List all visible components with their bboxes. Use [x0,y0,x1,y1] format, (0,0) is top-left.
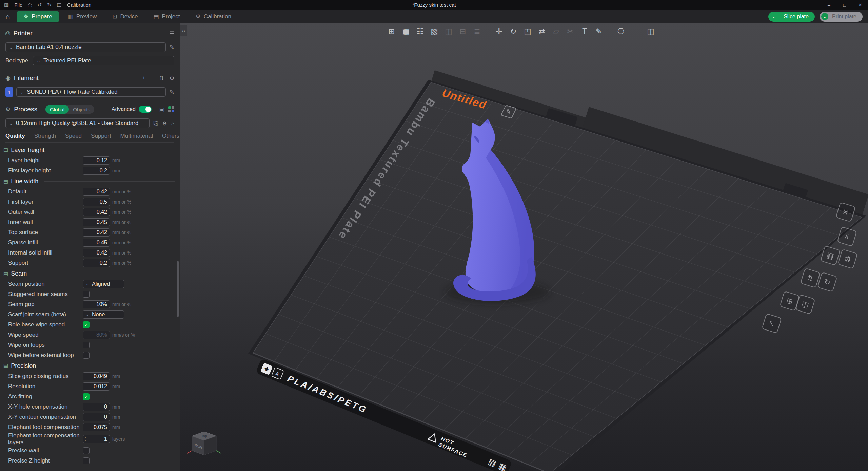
param-input-sparse-infill[interactable] [83,239,110,247]
filament-select[interactable]: ⌄ SUNLU PLA+ Flow Rate Calibrated [16,87,166,97]
param-stepper-elephant-foot-compensation-layers[interactable]: ▴▾1 [83,435,110,443]
redo-icon[interactable]: ↻ [47,2,52,8]
param-checkbox-arc-fitting[interactable]: ✓ [83,393,90,400]
plate-settings-button[interactable]: ⚙ [838,249,857,268]
slice-plate-button[interactable]: ⌄ Slice plate [768,12,815,22]
viewport-3d[interactable]: ‹› ⊞▦☷▧◫⊟≣✛↻◰⇄▱✂T✎⎔◫ Bambu Textured PEI … [180,23,868,471]
undo-icon[interactable]: ↺ [37,2,42,8]
plate-move-button[interactable]: ↖ [762,314,781,333]
file-menu[interactable]: File [14,2,22,8]
print-dropdown-icon[interactable]: ⌄ [821,13,828,20]
param-checkbox-precise-wall[interactable] [83,447,90,454]
section-title: Seam [11,270,27,277]
add-plate-icon[interactable]: ▦ [400,25,412,37]
process-tab-speed[interactable]: Speed [65,133,82,139]
process-tab-multimaterial[interactable]: Multimaterial [120,133,153,139]
filament-settings-icon[interactable]: ⚙ [170,75,174,81]
tab-project[interactable]: ▤Project [146,11,186,22]
split-window-icon[interactable]: ◫ [645,25,657,37]
add-object-icon[interactable]: ⊞ [386,25,398,37]
close-button[interactable]: ✕ [852,0,868,10]
tab-device[interactable]: ⊡Device [105,11,144,22]
remove-filament-icon[interactable]: − [151,75,154,81]
auto-arrange-icon[interactable]: ☷ [414,25,426,37]
scope-objects[interactable]: Objects [69,107,94,112]
param-input-default[interactable] [83,188,110,196]
sidebar-scrollbar[interactable] [177,261,179,317]
maximize-button[interactable]: □ [837,0,852,10]
param-input-first-layer-height[interactable] [83,167,110,175]
filament-edit-icon[interactable]: ✎ [170,89,174,96]
build-plate[interactable] [253,82,862,471]
param-control: mm [83,167,120,175]
param-select-seam-position[interactable]: ⌄Aligned [83,280,124,288]
tab-prepare[interactable]: ❖Prepare [17,11,59,22]
objects-panel-icon[interactable]: ▣ [159,106,164,113]
process-preset-select[interactable]: ⌄ 0.12mm High Quality @BBL A1 - User Sta… [5,118,150,128]
add-image-icon[interactable]: ▧ [428,25,440,37]
param-input-x-y-contour-compensation[interactable] [83,413,110,421]
param-input-seam-gap[interactable] [83,300,110,308]
param-input-support[interactable] [83,259,110,267]
delete-preset-icon[interactable]: ⊖ [162,120,167,127]
scene-canvas[interactable]: Bambu Textured PEI Plate Untitled ✎ ❖ A … [180,23,868,471]
process-tab-support[interactable]: Support [91,133,111,139]
printer-settings-icon[interactable]: ☰ [170,30,174,37]
rotate-icon[interactable]: ↻ [507,25,519,37]
slice-dropdown-icon[interactable]: ⌄ [768,14,779,19]
param-checkbox-wipe-before-external-loop[interactable] [83,352,90,359]
paint-icon[interactable]: ✎ [593,25,605,37]
filament-slot-badge[interactable]: 1 [5,87,13,97]
stepper-arrows-icon[interactable]: ▴▾ [83,436,88,442]
param-checkbox-wipe-on-loops[interactable] [83,342,90,348]
sidebar-collapse-icon[interactable]: ‹› [180,25,187,36]
param-input-top-surface[interactable] [83,228,110,237]
param-input-wipe-speed[interactable] [83,331,110,339]
assembly-view-icon[interactable]: ⎔ [615,25,627,37]
text-icon[interactable]: T [578,25,591,37]
param-checkbox-role-base-wipe-speed[interactable]: ✓ [83,321,90,328]
params-table-icon[interactable] [168,106,174,112]
tab-preview[interactable]: ▥Preview [61,11,104,22]
tab-calibration[interactable]: ⚙Calibration [189,11,238,22]
move-icon[interactable]: ✛ [493,25,505,37]
process-scope-toggle[interactable]: Global Objects [45,105,94,114]
print-plate-button[interactable]: ⌄ Print plate [820,12,863,22]
param-checkbox-precise-z-height[interactable] [83,457,90,464]
mirror-icon[interactable]: ⇄ [536,25,548,37]
app-menu-icon[interactable]: ▦ [4,2,9,8]
param-select-scarf-joint-seam-beta[interactable]: ⌄None [83,310,124,319]
add-filament-icon[interactable]: + [142,75,145,81]
param-input-slice-gap-closing-radius[interactable] [83,372,110,380]
printer-edit-icon[interactable]: ✎ [170,44,174,51]
param-input-layer-height[interactable] [83,156,110,165]
search-icon[interactable]: ⌕ [171,120,174,127]
param-input-outer-wall[interactable] [83,208,110,216]
bed-type-select[interactable]: ⌄ Textured PEI Plate [33,56,174,65]
plate-arrange-button[interactable]: ⇅ [801,268,820,287]
save-preset-icon[interactable]: ⎘ [154,120,158,127]
minimize-button[interactable]: – [821,0,837,10]
home-icon[interactable]: ⌂ [0,10,16,23]
calibration-board-icon[interactable]: ▤ [57,2,62,8]
param-input-internal-solid-infill[interactable] [83,249,110,257]
param-input-inner-wall[interactable] [83,218,110,226]
printer-select[interactable]: ⌄ Bambu Lab A1 0.4 nozzle [5,42,166,52]
param-input-first-layer[interactable] [83,198,110,206]
process-tab-quality[interactable]: Quality [5,133,25,139]
param-input-x-y-hole-compensation[interactable] [83,403,110,411]
param-input-elephant-foot-compensation[interactable] [83,423,110,431]
process-tab-others[interactable]: Others [162,133,179,139]
param-input-resolution[interactable] [83,382,110,391]
plate-orient-button[interactable]: ↻ [817,272,837,291]
sync-filament-icon[interactable]: ⇅ [159,75,164,81]
titlebar-calibration-item[interactable]: Calibration [67,2,92,8]
printer-quick-icon[interactable]: ⎙ [28,2,32,8]
scale-icon[interactable]: ◰ [521,25,534,37]
orientation-gizmo[interactable]: Top Front [187,432,221,460]
process-tab-strength[interactable]: Strength [34,133,56,139]
scope-global[interactable]: Global [45,105,69,114]
chevron-down-icon: ⌄ [20,90,24,95]
advanced-toggle[interactable] [139,106,152,113]
param-checkbox-staggered-inner-seams[interactable] [83,291,90,298]
